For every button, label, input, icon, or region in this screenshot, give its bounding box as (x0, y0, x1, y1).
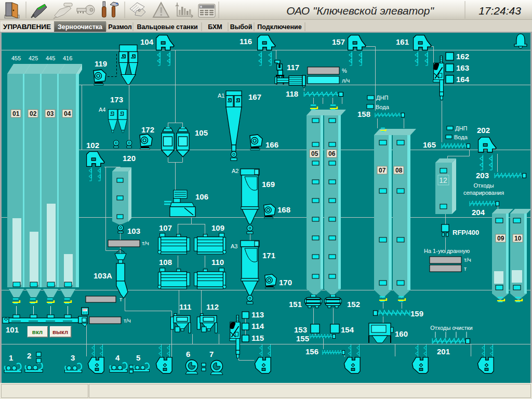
svg-text:416: 416 (63, 55, 72, 61)
svg-text:т: т (119, 296, 122, 302)
svg-text:120: 120 (123, 154, 136, 163)
svg-text:УПРАВЛЕНИЕ: УПРАВЛЕНИЕ (3, 23, 51, 31)
svg-text:445: 445 (46, 55, 55, 61)
svg-text:%: % (342, 68, 347, 74)
svg-text:114: 114 (251, 322, 264, 330)
svg-text:09: 09 (497, 235, 504, 242)
svg-text:л/ч: л/ч (342, 77, 350, 84)
svg-text:Вода: Вода (454, 134, 468, 140)
svg-text:172: 172 (141, 125, 154, 134)
svg-text:вкл: вкл (32, 329, 43, 335)
svg-text:119: 119 (95, 59, 107, 68)
svg-text:102: 102 (86, 141, 99, 150)
svg-text:109: 109 (211, 223, 224, 232)
svg-text:168: 168 (277, 205, 290, 214)
svg-text:03: 03 (47, 110, 54, 117)
svg-text:10: 10 (514, 235, 522, 242)
svg-text:01: 01 (12, 110, 20, 117)
svg-text:167: 167 (248, 92, 261, 101)
svg-text:106: 106 (195, 192, 208, 201)
svg-text:Вальцовые станки: Вальцовые станки (137, 23, 197, 31)
svg-text:173: 173 (110, 95, 123, 104)
svg-text:104: 104 (140, 37, 154, 46)
svg-text:A4: A4 (99, 107, 105, 113)
svg-text:Подключение: Подключение (257, 23, 301, 31)
svg-text:Размол: Размол (108, 23, 132, 31)
svg-text:1: 1 (9, 353, 13, 362)
svg-text:107: 107 (159, 223, 172, 232)
svg-text:112: 112 (206, 302, 219, 311)
svg-text:05: 05 (311, 150, 318, 157)
svg-text:108: 108 (159, 258, 172, 267)
svg-text:156: 156 (305, 347, 318, 356)
svg-text:02: 02 (30, 110, 37, 117)
svg-text:165: 165 (423, 140, 436, 149)
svg-text:6: 6 (186, 350, 190, 358)
svg-text:154: 154 (341, 325, 354, 334)
svg-text:425: 425 (29, 55, 38, 61)
svg-text:т/ч: т/ч (142, 240, 149, 246)
svg-text:162: 162 (456, 52, 469, 61)
svg-text:A1: A1 (218, 92, 224, 99)
svg-text:т/ч: т/ч (464, 257, 471, 263)
svg-text:169: 169 (262, 180, 275, 189)
svg-text:201: 201 (437, 347, 450, 356)
svg-text:105: 105 (195, 128, 208, 137)
svg-text:06: 06 (328, 150, 336, 157)
svg-text:116: 116 (240, 37, 252, 46)
svg-text:Зерноочистка: Зерноочистка (58, 23, 103, 31)
svg-text:166: 166 (265, 140, 278, 149)
svg-text:171: 171 (262, 251, 275, 260)
svg-text:выкл: выкл (52, 329, 68, 335)
svg-text:ДНП: ДНП (455, 125, 467, 131)
svg-text:т: т (464, 265, 467, 272)
svg-text:Отходы очистки: Отходы очистки (430, 325, 472, 331)
svg-text:161: 161 (396, 37, 409, 46)
svg-text:204: 204 (472, 208, 485, 217)
svg-text:3: 3 (71, 353, 75, 362)
svg-text:На 1-ую дранную: На 1-ую дранную (424, 248, 470, 254)
svg-text:101: 101 (6, 325, 19, 334)
svg-text:159: 159 (410, 309, 423, 318)
svg-text:т/ч: т/ч (124, 317, 131, 324)
svg-text:Вода: Вода (376, 104, 390, 110)
svg-text:203: 203 (476, 171, 489, 180)
svg-text:103A: 103A (94, 271, 112, 280)
svg-text:163: 163 (456, 63, 469, 72)
svg-text:103: 103 (127, 227, 140, 235)
svg-text:170: 170 (279, 278, 292, 287)
svg-text:БХМ: БХМ (208, 23, 222, 31)
svg-text:04: 04 (64, 110, 71, 117)
svg-text:155: 155 (296, 334, 309, 343)
svg-text:2: 2 (27, 351, 31, 360)
svg-text:202: 202 (477, 126, 490, 135)
svg-text:152: 152 (347, 300, 360, 309)
svg-text:115: 115 (251, 334, 264, 342)
svg-text:5: 5 (136, 353, 140, 362)
svg-text:ОАО "Ключевской элеватор": ОАО "Ключевской элеватор" (286, 5, 434, 17)
svg-text:157: 157 (332, 37, 345, 46)
svg-text:ДНП: ДНП (376, 95, 388, 101)
svg-text:17:24:43: 17:24:43 (478, 5, 521, 17)
svg-text:151: 151 (289, 300, 302, 309)
svg-text:153: 153 (294, 325, 307, 334)
svg-text:Выбой: Выбой (230, 23, 252, 31)
svg-text:07: 07 (379, 167, 386, 174)
svg-text:160: 160 (395, 329, 408, 338)
svg-text:08: 08 (395, 167, 403, 174)
svg-text:RFP/400: RFP/400 (453, 229, 479, 236)
svg-text:113: 113 (251, 310, 264, 319)
svg-text:12: 12 (439, 176, 447, 184)
svg-text:110: 110 (211, 258, 224, 267)
svg-text:117: 117 (287, 63, 299, 72)
svg-text:455: 455 (11, 55, 21, 61)
svg-text:118: 118 (286, 89, 298, 98)
svg-text:158: 158 (357, 110, 370, 118)
svg-text:сепарирования: сепарирования (463, 190, 504, 196)
svg-text:A3: A3 (231, 243, 237, 249)
svg-text:111: 111 (179, 302, 191, 311)
svg-text:4: 4 (115, 353, 120, 362)
svg-text:7: 7 (209, 350, 214, 358)
svg-text:164: 164 (456, 75, 470, 84)
svg-text:Отходы: Отходы (473, 182, 494, 189)
